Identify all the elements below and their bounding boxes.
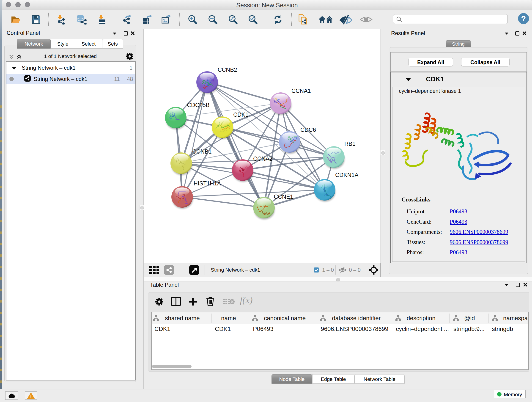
svg-text:CCNE1: CCNE1	[274, 193, 293, 200]
svg-text:CDC25B: CDC25B	[187, 102, 210, 108]
svg-text:CCNB2: CCNB2	[218, 66, 237, 73]
svg-text:CDKN1A: CDKN1A	[335, 172, 359, 178]
svg-text:RB1: RB1	[344, 140, 355, 147]
svg-text:CCNA2: CCNA2	[253, 155, 273, 162]
svg-text:CCNA1: CCNA1	[291, 88, 311, 94]
svg-text:CDC6: CDC6	[300, 127, 316, 133]
svg-text:CCNB1: CCNB1	[192, 148, 212, 155]
svg-text:HIST1H1A: HIST1H1A	[194, 180, 221, 186]
svg-text:CDK1: CDK1	[233, 111, 249, 118]
